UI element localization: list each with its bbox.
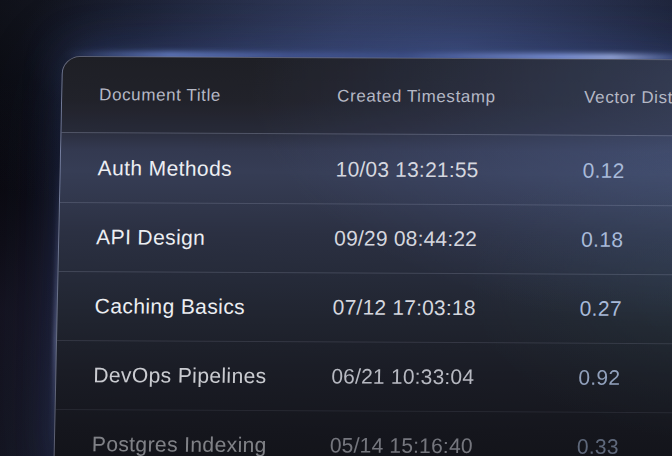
created-timestamp: 10/03 13:21:55 — [335, 157, 582, 182]
vector-distance: 0.18 — [581, 228, 672, 253]
vector-distance: 0.92 — [578, 366, 672, 391]
document-title: API Design — [96, 225, 334, 250]
created-timestamp: 09/29 08:44:22 — [334, 226, 581, 251]
document-title: Postgres Indexing — [92, 432, 330, 456]
document-title: Caching Basics — [95, 294, 333, 319]
column-header-document-title: Document Title — [99, 85, 337, 106]
table-row[interactable]: Postgres Indexing 05/14 15:16:40 0.33 — [54, 409, 672, 456]
created-timestamp: 07/12 17:03:18 — [333, 295, 580, 320]
table-header: Document Title Created Timestamp Vector … — [61, 57, 672, 136]
column-header-created-timestamp: Created Timestamp — [337, 86, 584, 107]
document-title: DevOps Pipelines — [93, 363, 331, 388]
vector-distance: 0.27 — [580, 297, 672, 322]
created-timestamp: 06/21 10:33:04 — [331, 364, 578, 389]
table-row[interactable]: Caching Basics 07/12 17:03:18 0.27 — [57, 271, 672, 343]
created-timestamp: 05/14 15:16:40 — [330, 433, 577, 456]
scene-background: { "table": { "columns": [ { "label": "Do… — [0, 0, 672, 456]
table-row[interactable]: Auth Methods 10/03 13:21:55 0.12 — [60, 133, 672, 205]
column-header-vector-distance: Vector Distance — [584, 87, 672, 108]
vector-distance: 0.12 — [582, 158, 672, 183]
documents-table-card: Document Title Created Timestamp Vector … — [53, 56, 672, 456]
documents-table: Document Title Created Timestamp Vector … — [53, 56, 672, 456]
table-row[interactable]: API Design 09/29 08:44:22 0.18 — [58, 202, 672, 274]
table-row[interactable]: DevOps Pipelines 06/21 10:33:04 0.92 — [56, 340, 672, 412]
document-title: Auth Methods — [97, 156, 335, 181]
vector-distance: 0.33 — [577, 435, 672, 456]
